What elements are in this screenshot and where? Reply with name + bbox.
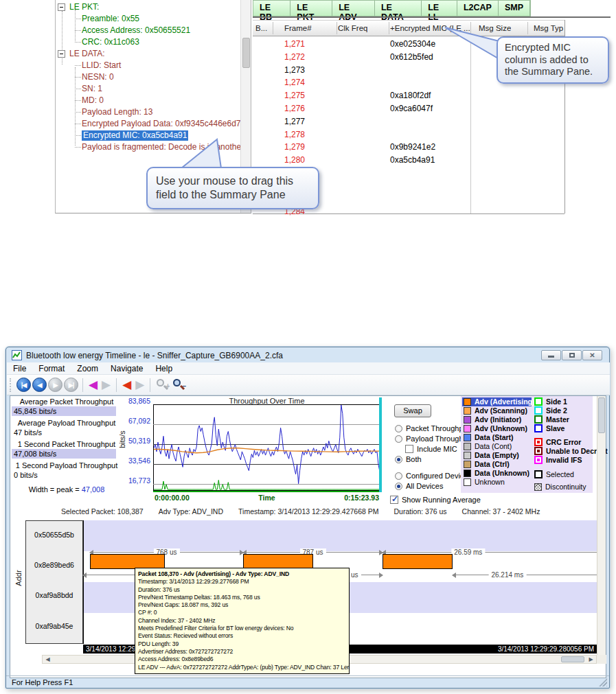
- status-bar: For Help Press F1: [6, 675, 609, 689]
- legend-crc-error[interactable]: CRC Error: [533, 438, 581, 447]
- timeline-left-edge: [83, 520, 84, 644]
- vertical-scrollbar[interactable]: [597, 396, 606, 664]
- legend-data-empty[interactable]: Data (Empty): [462, 451, 519, 460]
- divider: [253, 16, 611, 18]
- tab-le-ll[interactable]: LE LL: [422, 1, 457, 16]
- column-header-encrypted-mic[interactable]: +Encrypted MIC (LE ...: [390, 24, 470, 32]
- collapse-icon[interactable]: [58, 3, 65, 11]
- menu-bar: File Format Zoom Navigate Help: [7, 362, 610, 375]
- legend-master[interactable]: Master: [533, 415, 569, 424]
- tab-le-bb[interactable]: LE BB: [253, 1, 290, 16]
- resize-grip-icon[interactable]: [599, 678, 607, 686]
- legend-adv-scanning[interactable]: Adv (Scanning): [462, 406, 527, 415]
- swatch: [464, 461, 471, 468]
- next-error-button[interactable]: ▶: [102, 378, 111, 392]
- table-row[interactable]: 1,2800xa5cb4a91: [253, 154, 564, 167]
- minimize-button[interactable]: [541, 350, 561, 360]
- scrollbar-thumb[interactable]: [242, 38, 250, 68]
- address-column: 0x50655d5b 0x8e89bed6 0xaf9a8bdd 0xaf9ab…: [25, 520, 83, 644]
- table-row[interactable]: 1,277: [253, 115, 564, 128]
- legend-side-2[interactable]: Side 2: [533, 406, 567, 415]
- radio-all-devices[interactable]: All Devices: [395, 482, 443, 490]
- column-header-clk-freq[interactable]: Clk Freq: [338, 24, 367, 32]
- column-header-msg-type[interactable]: Msg Typ: [534, 24, 564, 32]
- legend-adv-unknown[interactable]: Adv (Unknown): [462, 424, 527, 433]
- close-button[interactable]: ✕: [582, 350, 602, 360]
- tab-le-data[interactable]: LE DATA: [375, 1, 422, 16]
- scrollbar-thumb[interactable]: [561, 656, 584, 662]
- next-marker-button[interactable]: ▶: [135, 378, 144, 392]
- menu-help[interactable]: Help: [149, 362, 179, 374]
- prev-error-button[interactable]: ◀: [89, 378, 98, 392]
- adv-packet-bar[interactable]: [383, 554, 453, 569]
- tab-l2cap[interactable]: L2CAP: [457, 1, 499, 16]
- protocol-tabstrip: LE BB LE PKT LE ADV LE DATA LE LL L2CAP …: [253, 0, 531, 16]
- last-packet-button[interactable]: ▶|: [64, 378, 78, 392]
- previous-packet-button[interactable]: ◀: [32, 378, 47, 392]
- legend-adv-initiator[interactable]: Adv (Initiator): [462, 415, 521, 424]
- x-axis-title: Time: [258, 494, 275, 502]
- menu-file[interactable]: File: [7, 362, 32, 374]
- info-channel: Channel: 37 - 2402 MHz: [462, 507, 540, 516]
- callout-drag-instruction: Use your mouse to drag this field to the…: [146, 167, 319, 209]
- chart-cursor[interactable]: [379, 397, 382, 492]
- zoom-out-button[interactable]: −: [172, 378, 185, 392]
- table-row[interactable]: 1,2790x9b9241e2: [253, 141, 564, 154]
- tab-smp[interactable]: SMP: [499, 1, 530, 16]
- table-row[interactable]: 1,2750xa180f2df: [253, 89, 564, 102]
- adv-packet-bar[interactable]: [90, 554, 165, 569]
- legend-data-unknown[interactable]: Data (Unknown): [462, 469, 529, 478]
- next-packet-button[interactable]: ▶: [48, 378, 62, 392]
- scroll-right-icon[interactable]: ▶: [586, 656, 596, 663]
- stat-value-1s-packet: 47,008 bits/s: [12, 449, 116, 459]
- range-end-timestamp: 3/14/2013 12:29:29.280056 PM: [498, 645, 594, 653]
- column-header-frame[interactable]: Frame#: [284, 24, 312, 32]
- swatch: [464, 407, 471, 415]
- table-row[interactable]: 1,2760x9ca6047f: [253, 102, 564, 115]
- checkbox-include-mic[interactable]: Include MIC: [405, 445, 457, 453]
- swap-button[interactable]: Swap: [394, 404, 431, 417]
- legend-data-cont[interactable]: Data (Cont): [462, 442, 512, 451]
- legend-data-ctrl[interactable]: Data (Ctrl): [462, 460, 510, 469]
- stat-value-1s-payload: 0 bits/s: [12, 470, 116, 480]
- menu-format[interactable]: Format: [32, 362, 71, 374]
- timeline-band[interactable]: [83, 520, 597, 551]
- radio-packet-throughput[interactable]: Packet Throughput: [395, 424, 470, 432]
- legend-selected[interactable]: Selected: [533, 470, 574, 479]
- swatch: [534, 424, 543, 432]
- legend-adv-advertising[interactable]: Adv (Advertising): [462, 397, 532, 406]
- legend-data-start[interactable]: Data (Start): [462, 433, 514, 442]
- stat-value-avg-packet: 45,845 bits/s: [12, 406, 116, 416]
- checkbox-show-running-average[interactable]: Show Running Average: [390, 496, 481, 504]
- x-end-label: 0:15:23.93: [344, 494, 379, 502]
- menu-navigate[interactable]: Navigate: [104, 362, 149, 374]
- first-packet-button[interactable]: |◀: [16, 378, 31, 392]
- swatch: [534, 406, 543, 415]
- legend-side-1[interactable]: Side 1: [533, 397, 567, 406]
- restore-button[interactable]: [562, 350, 582, 360]
- stat-label-avg-payload: Average Payload Throughput: [12, 419, 122, 427]
- adv-packet-bar[interactable]: [243, 554, 313, 569]
- column-header-bookmark[interactable]: B...: [255, 24, 272, 32]
- tab-le-adv[interactable]: LE ADV: [332, 1, 375, 16]
- address-row-label: 0x8e89bed6: [26, 561, 82, 569]
- zoom-in-button[interactable]: +: [155, 378, 169, 392]
- prev-marker-button[interactable]: ◀: [122, 378, 131, 392]
- legend-invalid-ifs[interactable]: Invalid IFS: [533, 456, 582, 465]
- scroll-left-icon[interactable]: ◀: [43, 656, 53, 663]
- tab-le-pkt[interactable]: LE PKT: [290, 1, 332, 16]
- scrollbar-corner: [597, 655, 606, 664]
- title-bar[interactable]: Bluetooth low energy Timeline - le - Sni…: [6, 347, 609, 362]
- collapse-icon[interactable]: [58, 50, 65, 58]
- column-header-msg-size[interactable]: Msg Size: [479, 24, 511, 32]
- legend-discontinuity[interactable]: Discontinuity: [533, 483, 586, 491]
- scrollbar-thumb[interactable]: [598, 397, 605, 433]
- legend-slave[interactable]: Slave: [533, 424, 564, 433]
- address-row-label: 0xaf9ab45e: [26, 622, 82, 630]
- radio-both[interactable]: Both: [395, 455, 422, 463]
- menu-zoom[interactable]: Zoom: [71, 362, 104, 374]
- legend-unknown[interactable]: Unknown: [462, 478, 505, 487]
- table-row[interactable]: 1,278: [253, 128, 564, 141]
- measure-span: 768 us: [90, 552, 243, 553]
- x-axis: [153, 491, 380, 492]
